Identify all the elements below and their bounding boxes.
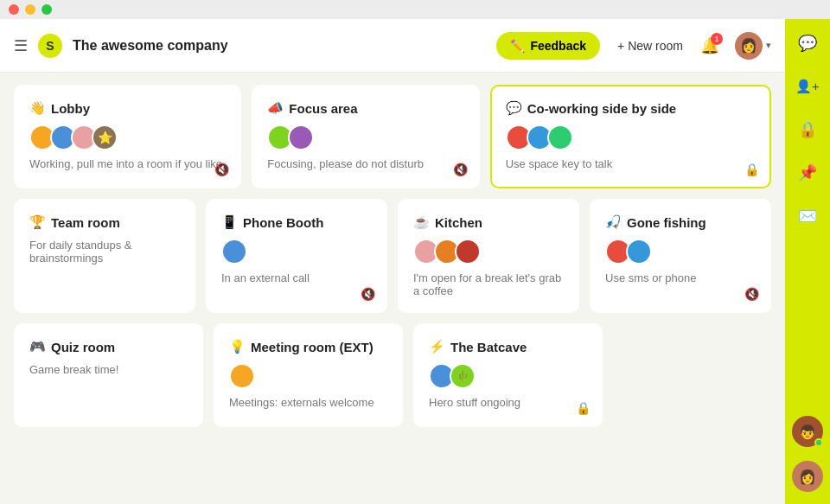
lock-icon: 🔒: [744, 163, 759, 176]
menu-icon[interactable]: ☰: [14, 36, 28, 55]
room-emoji: 📱: [221, 214, 238, 230]
avatar: [229, 363, 255, 389]
room-title: 🎣 Gone fishing: [605, 214, 756, 230]
company-name: The awesome company: [73, 38, 486, 54]
feedback-button[interactable]: ✏️ Feedback: [496, 32, 600, 60]
room-title: 📱 Phone Booth: [221, 214, 372, 230]
room-description: Hero stuff ongoing: [429, 396, 587, 409]
chat-icon[interactable]: 💬: [790, 26, 825, 61]
room-avatars: [506, 124, 756, 150]
mute-icon: 🔇: [361, 287, 375, 301]
room-coworking[interactable]: 💬 Co-working side by side Use space key …: [490, 85, 771, 188]
room-kitchen[interactable]: ☕ Kitchen I'm open for a break let's gra…: [398, 199, 579, 313]
chevron-down-icon: ▾: [766, 40, 771, 51]
room-description: For daily standups &brainstormings: [29, 239, 180, 265]
room-description: Focusing, please do not disturb: [267, 157, 463, 170]
room-emoji: 👋: [29, 100, 46, 116]
room-lobby[interactable]: 👋 Lobby ⭐ Working, pull me into a room i…: [14, 85, 241, 188]
room-description: Use space key to talk: [506, 157, 756, 170]
room-name: Kitchen: [435, 215, 482, 230]
room-avatars: [221, 239, 372, 265]
room-name: Meeting room (EXT): [251, 340, 374, 354]
room-emoji: 🏆: [29, 214, 46, 230]
lock-icon[interactable]: 🔒: [790, 112, 825, 147]
room-avatars: 🌵: [429, 363, 587, 389]
room-title: 💡 Meeting room (EXT): [229, 339, 387, 354]
room-title: 📣 Focus area: [267, 100, 463, 116]
room-emoji: 📣: [267, 100, 284, 116]
room-gone-fishing[interactable]: 🎣 Gone fishing Use sms or phone 🔇: [590, 199, 771, 313]
room-name: Focus area: [289, 101, 357, 116]
room-name: Co-working side by side: [527, 101, 677, 116]
room-name: Gone fishing: [627, 215, 706, 230]
room-description: In an external call: [221, 271, 372, 284]
room-quiz-room[interactable]: 🎮 Quiz room Game break time!: [14, 323, 203, 427]
room-name: Quiz room: [51, 340, 115, 354]
feedback-label: Feedback: [530, 39, 586, 53]
room-team-room[interactable]: 🏆 Team room For daily standups &brainsto…: [14, 199, 195, 313]
notifications-button[interactable]: 🔔 1: [700, 36, 719, 55]
rooms-row-1: 👋 Lobby ⭐ Working, pull me into a room i…: [14, 85, 771, 188]
room-description: Working, pull me into a room if you like: [29, 157, 226, 170]
titlebar: [0, 0, 830, 19]
room-emoji: ☕: [413, 214, 430, 230]
room-emoji: 💬: [506, 100, 522, 116]
close-dot[interactable]: [9, 4, 19, 15]
room-name: The Batcave: [450, 340, 527, 354]
main-content: ☰ S The awesome company ✏️ Feedback + Ne…: [0, 19, 785, 504]
avatar: [221, 239, 247, 265]
rooms-row-2: 🏆 Team room For daily standups &brainsto…: [14, 199, 771, 313]
notification-badge: 1: [711, 33, 723, 45]
room-avatars: [413, 239, 564, 265]
new-room-label: New room: [628, 39, 683, 53]
room-focus-area[interactable]: 📣 Focus area Focusing, please do not dis…: [252, 85, 479, 188]
app-container: ☰ S The awesome company ✏️ Feedback + Ne…: [0, 19, 830, 504]
room-avatars: [605, 239, 756, 265]
rooms-container: 👋 Lobby ⭐ Working, pull me into a room i…: [0, 73, 785, 504]
room-title: 💬 Co-working side by side: [506, 100, 756, 116]
empty-slot: [613, 323, 771, 427]
avatar: [288, 124, 314, 150]
room-emoji: 🎣: [605, 214, 622, 230]
new-room-button[interactable]: + New room: [617, 39, 683, 53]
plus-icon: +: [617, 39, 624, 53]
avatar: [547, 124, 573, 150]
avatar: [626, 239, 652, 265]
sidebar-right: 💬 👤+ 🔒 📌 ✉️ 👦 👩: [785, 19, 830, 504]
room-title: 🏆 Team room: [29, 214, 180, 230]
avatar: 🌵: [450, 363, 476, 389]
message-icon[interactable]: ✉️: [790, 199, 825, 233]
room-avatars: [229, 363, 387, 389]
sidebar-avatar-2[interactable]: 👩: [792, 461, 823, 492]
user-menu[interactable]: 👩 ▾: [735, 32, 771, 60]
room-name: Phone Booth: [243, 215, 323, 230]
room-name: Team room: [51, 215, 120, 230]
room-batcave[interactable]: ⚡ The Batcave 🌵 Hero stuff ongoing 🔒: [413, 323, 603, 427]
room-emoji: 🎮: [29, 339, 46, 354]
room-title: ⚡ The Batcave: [429, 339, 587, 354]
room-phone-booth[interactable]: 📱 Phone Booth In an external call 🔇: [206, 199, 387, 313]
lock-icon: 🔒: [576, 401, 591, 415]
mute-icon: 🔇: [214, 163, 229, 176]
room-description: Use sms or phone: [605, 271, 756, 284]
room-description: Game break time!: [29, 363, 188, 376]
sidebar-avatar-1[interactable]: 👦: [792, 416, 823, 447]
feedback-icon: ✏️: [510, 39, 525, 53]
room-description: I'm open for a break let's grab a coffee: [413, 271, 564, 297]
add-person-icon[interactable]: 👤+: [790, 69, 825, 104]
pin-icon[interactable]: 📌: [790, 156, 825, 190]
room-title: 👋 Lobby: [29, 100, 226, 116]
avatar: [455, 239, 481, 265]
app-logo: S: [38, 34, 62, 58]
user-avatar: 👩: [735, 32, 763, 60]
rooms-row-3: 🎮 Quiz room Game break time! 💡 Meeting r…: [14, 323, 771, 427]
room-name: Lobby: [51, 101, 90, 116]
room-emoji: 💡: [229, 339, 246, 354]
minimize-dot[interactable]: [25, 4, 35, 15]
header: ☰ S The awesome company ✏️ Feedback + Ne…: [0, 19, 785, 73]
mute-icon: 🔇: [453, 163, 468, 176]
maximize-dot[interactable]: [42, 4, 52, 15]
room-meeting-room[interactable]: 💡 Meeting room (EXT) Meetings: externals…: [214, 323, 403, 427]
room-title: ☕ Kitchen: [413, 214, 564, 230]
room-title: 🎮 Quiz room: [29, 339, 188, 354]
